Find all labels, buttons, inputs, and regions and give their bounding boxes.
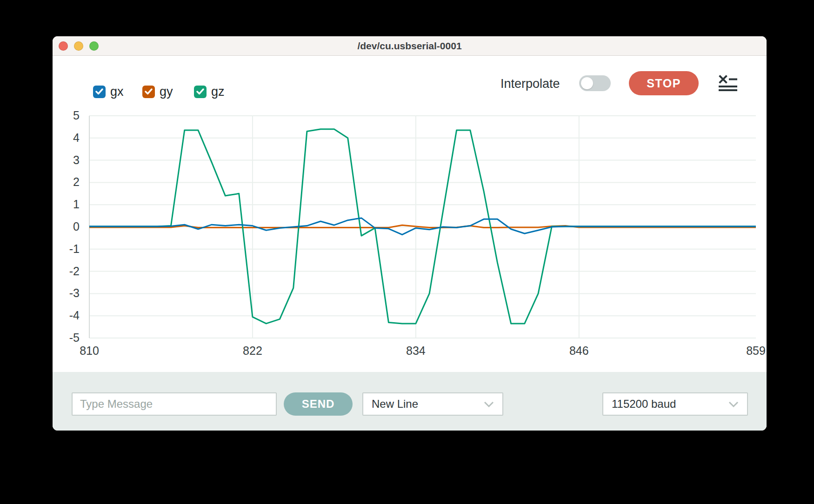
chevron-down-icon [484, 398, 494, 411]
stop-button-label: STOP [647, 77, 681, 90]
interpolate-toggle[interactable] [579, 75, 611, 91]
line-ending-select[interactable]: New Line [362, 392, 503, 416]
check-icon [145, 88, 153, 95]
x-tick-label: 834 [406, 344, 426, 358]
bottom-bar: SEND New Line 115200 baud [53, 372, 767, 431]
chevron-down-icon [728, 398, 739, 411]
desktop: { "window": { "title": "/dev/cu.usbseria… [0, 0, 814, 504]
x-tick-label: 859 [746, 344, 766, 358]
message-input[interactable] [72, 392, 277, 416]
gx-checkbox[interactable] [93, 86, 106, 98]
clear-plot-button[interactable] [719, 74, 737, 92]
y-tick-label: 2 [53, 175, 80, 189]
send-button[interactable]: SEND [284, 392, 353, 416]
y-tick-label: -2 [53, 265, 80, 278]
serial-plotter-window: /dev/cu.usbserial-0001 gx gy gz Interpol… [53, 36, 767, 431]
legend-label: gy [160, 85, 173, 99]
y-tick-label: -4 [53, 309, 80, 322]
legend-label: gz [211, 85, 225, 99]
window-title: /dev/cu.usbserial-0001 [357, 40, 461, 52]
y-tick-label: 5 [53, 109, 80, 122]
legend-item-gz: gz [194, 85, 225, 99]
legend-label: gx [110, 85, 124, 99]
x-tick-label: 810 [80, 344, 99, 358]
x-tick-label: 846 [569, 344, 589, 358]
baud-rate-value: 115200 baud [612, 398, 676, 411]
y-tick-label: 0 [53, 220, 80, 233]
send-button-label: SEND [302, 398, 335, 411]
legend-item-gy: gy [142, 85, 173, 99]
interpolate-label: Interpolate [500, 77, 560, 91]
check-icon [95, 88, 103, 95]
gz-checkbox[interactable] [194, 86, 207, 98]
toggle-knob [581, 77, 593, 89]
y-tick-label: 4 [53, 131, 80, 145]
x-tick-label: 822 [243, 344, 262, 358]
clear-list-icon [719, 86, 737, 93]
y-tick-label: 1 [53, 198, 80, 211]
plot-area [89, 116, 756, 338]
y-tick-label: -3 [53, 286, 80, 300]
y-tick-label: -5 [53, 331, 80, 345]
y-tick-label: 3 [53, 153, 80, 167]
zoom-button[interactable] [89, 41, 99, 51]
close-button[interactable] [59, 41, 68, 51]
y-tick-label: -1 [53, 242, 80, 256]
stop-button[interactable]: STOP [629, 71, 699, 95]
check-icon [196, 88, 204, 95]
legend-item-gx: gx [93, 85, 124, 99]
line-ending-value: New Line [372, 398, 418, 411]
titlebar: /dev/cu.usbserial-0001 [53, 36, 767, 56]
gy-checkbox[interactable] [142, 86, 155, 98]
minimize-button[interactable] [74, 41, 83, 51]
baud-rate-select[interactable]: 115200 baud [602, 392, 748, 416]
